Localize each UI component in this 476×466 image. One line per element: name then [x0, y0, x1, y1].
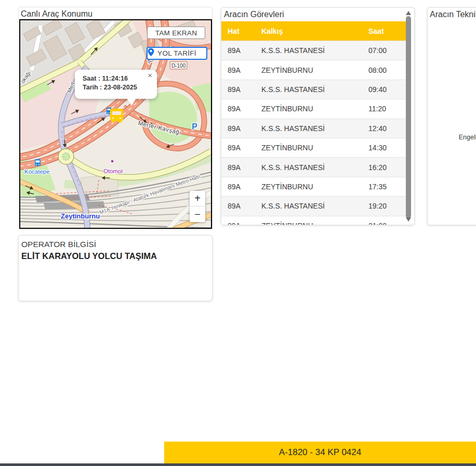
cell-kalkis: ZEYTİNBURNU — [261, 144, 368, 152]
table-row: 89A K.S.S. HASTANESİ 16:20 — [221, 157, 407, 176]
vehicle-plate-banner: A-1820 - 34 KP 0424 — [164, 442, 476, 463]
cell-saat: 17:35 — [368, 183, 407, 191]
cell-saat: 19:20 — [368, 202, 407, 210]
cell-kalkis: ZEYTİNBURNU — [261, 105, 368, 113]
vehicle-tech-card: Aracın Teknik Engelli Desteğ — [427, 7, 476, 225]
vehicle-tech-title: Aracın Teknik — [428, 8, 476, 19]
col-header-saat: Saat — [368, 27, 407, 35]
table-row: 89A ZEYTİNBURNU 21:00 — [221, 216, 407, 225]
table-row: 89A K.S.S. HASTANESİ 12:40 — [221, 119, 407, 138]
cell-hat: 89A — [228, 85, 261, 94]
cell-hat: 89A — [228, 202, 261, 210]
tasks-table: Hat Kalkış Saat 89A K.S.S. HASTANESİ 07:… — [221, 21, 407, 225]
operator-info-card: OPERATOR BİLGİSİ ELİT KARAYOLU YOLCU TAŞ… — [18, 235, 213, 301]
cell-kalkis: ZEYTİNBURNU — [261, 66, 368, 74]
cell-hat: 89A — [228, 144, 261, 152]
cell-hat: 89A — [228, 183, 261, 191]
bottom-strip — [0, 463, 476, 466]
svg-text:D-100: D-100 — [171, 63, 186, 69]
station-label-kocatepe: Kocatepe — [24, 169, 50, 175]
operator-name: ELİT KARAYOLU YOLCU TAŞIMA — [19, 249, 212, 261]
cell-hat: 89A — [228, 105, 261, 113]
popup-close-icon[interactable]: × — [148, 71, 152, 80]
col-header-kalkis: Kalkış — [261, 27, 368, 35]
zoom-in-button[interactable]: + — [190, 191, 205, 206]
popup-time: Saat : 11:24:16 — [83, 74, 157, 83]
tasks-table-header: Hat Kalkış Saat — [221, 21, 407, 41]
cell-saat: 09:40 — [368, 85, 407, 94]
cell-saat: 21:00 — [368, 222, 407, 225]
cell-hat: 89A — [228, 124, 261, 133]
vehicle-info-popup: Saat : 11:24:16 Tarih : 23-08-2025 × — [75, 70, 157, 99]
map-canvas[interactable]: okağı Mert Asfa D-100 Merter Kavşağı P K… — [19, 19, 212, 229]
popup-tail — [127, 98, 136, 106]
cell-saat: 14:30 — [368, 144, 407, 152]
cell-kalkis: K.S.S. HASTANESİ — [261, 85, 368, 94]
table-row: 89A K.S.S. HASTANESİ 19:20 — [221, 196, 407, 215]
cell-hat: 89A — [228, 66, 261, 74]
cell-saat: 16:20 — [368, 163, 407, 172]
cell-kalkis: ZEYTİNBURNU — [261, 183, 368, 191]
operator-info-title: OPERATOR BİLGİSİ — [19, 236, 212, 249]
cell-kalkis: K.S.S. HASTANESİ — [261, 202, 368, 210]
directions-button[interactable]: YOL TARİFİ — [147, 47, 207, 60]
bus-stop-icon — [35, 159, 41, 166]
station-label-zeytinburnu: Zeytinburnu — [61, 212, 100, 220]
road-badge-d100: D-100 — [170, 61, 187, 69]
table-row: 89A K.S.S. HASTANESİ 09:40 — [221, 80, 407, 99]
popup-date: Tarih : 23-08-2025 — [83, 83, 157, 92]
map-zoom-control: + − — [190, 191, 205, 222]
table-row: 89A ZEYTİNBURNU 17:35 — [221, 177, 407, 196]
vehicle-tasks-card: Aracın Görevleri Hat Kalkış Saat 89A K.S… — [221, 7, 415, 225]
scrollbar-up-icon[interactable] — [406, 11, 411, 15]
cell-kalkis: K.S.S. HASTANESİ — [261, 46, 368, 55]
cell-saat: 08:00 — [368, 66, 407, 74]
directions-button-label: YOL TARİFİ — [157, 49, 196, 57]
location-pin-icon — [148, 48, 154, 57]
col-header-hat: Hat — [228, 27, 261, 35]
poi-dot-otomol — [111, 160, 113, 162]
tasks-scrollbar[interactable] — [405, 9, 412, 224]
table-row: 89A ZEYTİNBURNU 08:00 — [221, 60, 407, 79]
cell-saat: 12:40 — [368, 124, 407, 133]
zoom-out-button[interactable]: − — [190, 206, 205, 222]
cell-hat: 89A — [228, 163, 261, 172]
scrollbar-down-icon[interactable] — [406, 217, 411, 222]
scrollbar-thumb[interactable] — [406, 16, 411, 218]
vehicle-plate-label: A-1820 - 34 KP 0424 — [279, 447, 361, 458]
fullscreen-button-label: TAM EKRAN — [155, 29, 197, 37]
poi-label-otomol: Otomol — [103, 168, 123, 174]
cell-kalkis: K.S.S. HASTANESİ — [261, 163, 368, 172]
table-row: 89A ZEYTİNBURNU 14:30 — [221, 138, 407, 157]
table-row: 89A ZEYTİNBURNU 11:20 — [221, 99, 407, 118]
accessibility-feature: Engelli Desteğ — [438, 120, 476, 141]
cell-saat: 11:20 — [368, 105, 407, 113]
parking-icon: P — [192, 122, 197, 131]
live-location-card: Canlı Araç Konumu — [18, 7, 213, 230]
table-row: 89A K.S.S. HASTANESİ 07:00 — [221, 41, 407, 60]
live-location-title: Canlı Araç Konumu — [19, 7, 212, 19]
cell-saat: 07:00 — [368, 46, 407, 55]
vehicle-tasks-title: Aracın Görevleri — [221, 8, 414, 19]
cell-kalkis: K.S.S. HASTANESİ — [261, 124, 368, 133]
cell-hat: 89A — [228, 222, 261, 225]
fullscreen-button[interactable]: TAM EKRAN — [147, 27, 205, 39]
accessibility-label: Engelli Desteğ — [438, 134, 476, 141]
tasks-table-body: 89A K.S.S. HASTANESİ 07:00 89A ZEYTİNBUR… — [221, 41, 407, 225]
cell-hat: 89A — [228, 46, 261, 55]
cell-kalkis: ZEYTİNBURNU — [261, 222, 368, 225]
